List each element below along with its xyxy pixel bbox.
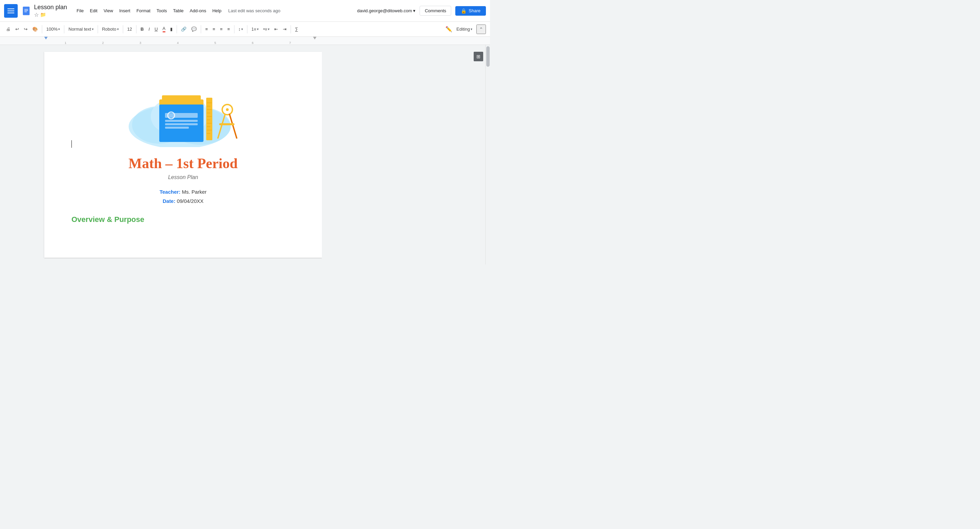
separator-10 [291,25,291,33]
document-title: Math – 1st Period [72,155,295,172]
font-dropdown[interactable]: Roboto ▾ [100,25,121,33]
document-section-title: Overview & Purpose [72,215,295,224]
font-size-dropdown[interactable]: 12 [125,25,134,33]
paint-format-button[interactable]: 🎨 [30,25,40,33]
svg-rect-32 [219,123,234,125]
star-icon[interactable]: ☆ [34,11,39,18]
font-arrow: ▾ [117,27,119,31]
separator-3 [98,25,98,33]
text-color-label: A [163,26,166,32]
editing-mode-dropdown[interactable]: Editing ▾ [454,25,474,33]
text-color-button[interactable]: A [161,24,168,34]
italic-button[interactable]: I [147,25,152,33]
editing-mode-arrow: ▾ [471,27,472,31]
document-subtitle: Lesson Plan [72,174,295,180]
document-date-line: Date: 09/04/20XX [72,196,295,206]
increase-indent-button[interactable]: ⇥ [281,25,288,33]
comments-button[interactable]: Comments [420,6,451,16]
redo-button[interactable]: ↪ [22,25,30,33]
menu-addons[interactable]: Add-ons [187,7,209,14]
svg-rect-14 [165,123,198,125]
bold-button[interactable]: B [138,25,146,33]
align-center-button[interactable]: ≡ [211,25,218,33]
ruler: 1 2 3 4 5 6 7 [0,37,490,45]
underline-button[interactable]: U [153,25,159,33]
line-spacing-dropdown[interactable]: ↕ ▾ [237,25,245,33]
toolbar: 🖨 ↩ ↪ 🎨 100% ▾ Normal text ▾ Roboto ▾ 12… [0,22,490,37]
ruler-tick-6: 6 [252,41,253,45]
document-page[interactable]: Math – 1st Period Lesson Plan Teacher: M… [44,52,322,258]
left-margin [0,45,44,264]
doc-title[interactable]: Lesson plan [34,4,67,11]
svg-rect-12 [165,113,198,118]
docs-icon [21,5,31,17]
menu-tools[interactable]: Tools [154,7,169,14]
collapse-toolbar-button[interactable]: ⌃ [476,24,486,34]
menu-table[interactable]: Table [170,7,186,14]
right-area: ⊞ [322,45,490,264]
menu-bar: File Edit View Insert Format Tools Table… [74,7,224,14]
menu-view[interactable]: View [101,7,116,14]
right-margin-indicator[interactable] [313,37,317,40]
doc-meta: ☆ 📁 [34,11,67,18]
formula-button[interactable]: ∑ [293,25,300,33]
svg-rect-10 [162,95,201,102]
undo-button[interactable]: ↩ [13,25,21,33]
font-size-value: 12 [127,27,132,32]
svg-rect-2 [24,10,28,11]
top-bar: Lesson plan ☆ 📁 File Edit View Insert Fo… [0,0,490,22]
date-value: 09/04/20XX [177,198,204,204]
align-right-button[interactable]: ≡ [218,25,224,33]
numbered-list-dropdown[interactable]: 1≡ ▾ [250,25,261,33]
separator-2 [64,25,64,33]
line-spacing-icon: ↕ [239,27,241,32]
scroll-thumb[interactable] [486,46,490,67]
user-email[interactable]: david.george@ditoweb.com ▾ [357,8,415,13]
svg-rect-3 [24,11,27,12]
menu-file[interactable]: File [74,7,86,14]
highlight-button[interactable]: ▮ [168,25,175,33]
text-style-dropdown[interactable]: Normal text ▾ [66,25,95,33]
main-area: Math – 1st Period Lesson Plan Teacher: M… [0,45,490,264]
menu-help[interactable]: Help [210,7,224,14]
svg-rect-17 [206,98,212,140]
app-menu-button[interactable] [4,4,18,18]
ruler-tick-4: 4 [177,41,179,45]
ruler-tick-7: 7 [289,41,291,45]
date-label: Date: [163,198,176,204]
menu-insert[interactable]: Insert [116,7,133,14]
zoom-dropdown[interactable]: 100% ▾ [44,25,62,33]
link-button[interactable]: 🔗 [179,25,189,33]
bullet-list-icon: •≡ [263,27,267,32]
ruler-content: 1 2 3 4 5 6 7 [44,37,490,45]
text-style-value: Normal text [68,27,91,32]
separator-9 [247,25,247,33]
ruler-tick-5: 5 [215,41,216,45]
left-margin-indicator[interactable] [44,37,48,40]
math-illustration-svg [118,72,248,147]
top-right-actions: david.george@ditoweb.com ▾ Comments 🔒 Sh… [357,6,486,16]
text-style-arrow: ▾ [92,27,94,31]
zoom-arrow: ▾ [58,27,60,31]
teacher-value: Ms. Parker [182,189,207,195]
align-left-button[interactable]: ≡ [203,25,210,33]
svg-rect-15 [165,127,189,129]
share-label: Share [469,8,480,13]
folder-icon[interactable]: 📁 [40,12,46,18]
ruler-tick-1: 1 [65,41,66,45]
ruler-tick-3: 3 [140,41,141,45]
bullet-list-dropdown[interactable]: •≡ ▾ [261,25,272,33]
separator-1 [42,25,42,33]
share-button[interactable]: 🔒 Share [455,6,486,16]
menu-edit[interactable]: Edit [87,7,100,14]
svg-point-29 [226,108,229,111]
print-button[interactable]: 🖨 [4,25,13,33]
separator-6 [177,25,177,33]
menu-format[interactable]: Format [134,7,153,14]
comment-button[interactable]: 💬 [189,25,199,33]
svg-rect-1 [24,9,28,10]
decrease-indent-button[interactable]: ⇤ [272,25,280,33]
scrollbar[interactable] [485,45,490,264]
align-justify-button[interactable]: ≡ [225,25,232,33]
page-options-button[interactable]: ⊞ [474,52,483,61]
